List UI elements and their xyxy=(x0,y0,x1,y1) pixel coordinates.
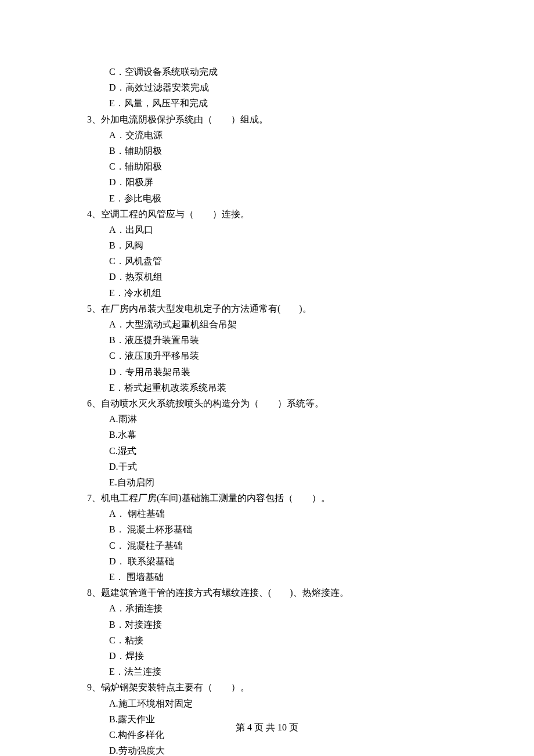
option-item: E.自动启闭 xyxy=(109,474,476,490)
option-item: C．辅助阳极 xyxy=(109,159,476,174)
option-item: D.劳动强度大 xyxy=(109,743,476,756)
option-item: E．桥式起重机改装系统吊装 xyxy=(109,380,476,395)
question-3: 3、外加电流阴极保护系统由（ ）组成。 A．交流电源 B．辅助阴极 C．辅助阳极… xyxy=(87,111,476,206)
option-item: C．液压顶升平移吊装 xyxy=(109,348,476,363)
exam-page: C．空调设备系统联动完成 D．高效过滤器安装完成 E．风量，风压平和完成 3、外… xyxy=(0,0,534,756)
option-item: B.水幕 xyxy=(109,427,476,442)
question-stem: 6、自动喷水灭火系统按喷头的构造分为（ ）系统等。 xyxy=(87,395,476,411)
option-item: D．阳极屏 xyxy=(109,174,476,190)
option-item: E．参比电极 xyxy=(109,190,476,206)
option-item: A.雨淋 xyxy=(109,411,476,427)
option-item: D． 联系梁基础 xyxy=(109,553,476,569)
option-item: A．大型流动式起重机组合吊架 xyxy=(109,316,476,332)
option-item: A.施工环境相对固定 xyxy=(109,696,476,711)
option-item: E．风量，风压平和完成 xyxy=(109,95,476,111)
option-item: B．风阀 xyxy=(109,237,476,253)
option-group: A．交流电源 B．辅助阴极 C．辅助阳极 D．阳极屏 E．参比电极 xyxy=(87,127,476,206)
question-5: 5、在厂房内吊装大型发电机定子的方法通常有( )。 A．大型流动式起重机组合吊架… xyxy=(87,301,476,395)
option-item: D．高效过滤器安装完成 xyxy=(109,80,476,95)
option-item: B．对接连接 xyxy=(109,617,476,632)
option-item: D．焊接 xyxy=(109,648,476,664)
option-item: E．法兰连接 xyxy=(109,664,476,679)
question-7: 7、机电工程厂房(车间)基础施工测量的内容包括（ ）。 A． 钢柱基础 B． 混… xyxy=(87,490,476,585)
question-stem: 7、机电工程厂房(车间)基础施工测量的内容包括（ ）。 xyxy=(87,490,476,506)
option-group: A．出风口 B．风阀 C．风机盘管 D．热泵机组 E．冷水机组 xyxy=(87,222,476,301)
option-item: A．出风口 xyxy=(109,222,476,237)
option-item: B．辅助阴极 xyxy=(109,143,476,159)
option-item: A．交流电源 xyxy=(109,127,476,143)
option-item: A．承插连接 xyxy=(109,600,476,616)
option-group: A．承插连接 B．对接连接 C．粘接 D．焊接 E．法兰连接 xyxy=(87,600,476,679)
question-stem: 4、空调工程的风管应与（ ）连接。 xyxy=(87,206,476,222)
question-6: 6、自动喷水灭火系统按喷头的构造分为（ ）系统等。 A.雨淋 B.水幕 C.湿式… xyxy=(87,395,476,490)
option-item: E．冷水机组 xyxy=(109,285,476,301)
question-stem: 5、在厂房内吊装大型发电机定子的方法通常有( )。 xyxy=(87,301,476,316)
option-item: E． 围墙基础 xyxy=(109,569,476,585)
question-stem: 8、题建筑管道干管的连接方式有螺纹连接、( )、热熔接连。 xyxy=(87,585,476,600)
option-item: B． 混凝土杯形基础 xyxy=(109,521,476,537)
option-item: C． 混凝柱子基础 xyxy=(109,538,476,553)
option-group: A．大型流动式起重机组合吊架 B．液压提升装置吊装 C．液压顶升平移吊装 D．专… xyxy=(87,316,476,395)
option-item: D.干式 xyxy=(109,459,476,474)
question-stem: 9、锅炉钢架安装特点主要有（ ）。 xyxy=(87,679,476,695)
option-group: A． 钢柱基础 B． 混凝土杯形基础 C． 混凝柱子基础 D． 联系梁基础 E．… xyxy=(87,506,476,585)
question-stem: 3、外加电流阴极保护系统由（ ）组成。 xyxy=(87,111,476,127)
question-4: 4、空调工程的风管应与（ ）连接。 A．出风口 B．风阀 C．风机盘管 D．热泵… xyxy=(87,206,476,301)
option-item: D．热泵机组 xyxy=(109,269,476,285)
option-item: C．粘接 xyxy=(109,632,476,648)
question-9: 9、锅炉钢架安装特点主要有（ ）。 A.施工环境相对固定 B.露天作业 C.构件… xyxy=(87,679,476,756)
option-group: A.雨淋 B.水幕 C.湿式 D.干式 E.自动启闭 xyxy=(87,411,476,490)
option-item: A． 钢柱基础 xyxy=(109,506,476,521)
option-item: D．专用吊装架吊装 xyxy=(109,364,476,380)
option-item: C．风机盘管 xyxy=(109,253,476,269)
carryover-options: C．空调设备系统联动完成 D．高效过滤器安装完成 E．风量，风压平和完成 xyxy=(87,64,476,111)
option-item: C.湿式 xyxy=(109,443,476,459)
option-item: C．空调设备系统联动完成 xyxy=(109,64,476,80)
option-item: B．液压提升装置吊装 xyxy=(109,332,476,348)
page-footer: 第 4 页 共 10 页 xyxy=(0,719,534,735)
question-8: 8、题建筑管道干管的连接方式有螺纹连接、( )、热熔接连。 A．承插连接 B．对… xyxy=(87,585,476,679)
